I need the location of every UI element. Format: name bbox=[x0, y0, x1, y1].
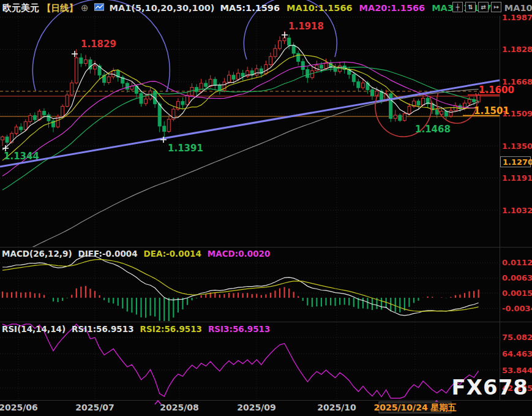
chart-application: 欧元美元 【日线】 ⊕ MA1(5,10,20,30,100) MA5:1.15… bbox=[0, 0, 532, 416]
expand-icon[interactable]: ⊕ bbox=[81, 2, 89, 13]
rsi1-value: RSI1:56.9513 bbox=[72, 324, 133, 334]
x-axis-label: 2025/10 bbox=[317, 403, 356, 412]
y-axis-label: 1.1668 bbox=[502, 77, 532, 86]
macd-params-label[interactable]: MACD(26,12,9) bbox=[2, 249, 72, 259]
ma-group-label[interactable]: MA1(5,10,20,30,100) bbox=[110, 3, 215, 13]
macd-axis-label: 0.0112 bbox=[502, 258, 532, 267]
x-axis-label: 2025/08 bbox=[160, 403, 199, 412]
boxed-price-level[interactable]: 1.1270 bbox=[503, 157, 532, 167]
pan-icon[interactable]: ┼ bbox=[452, 2, 463, 12]
rsi-params-label[interactable]: RSI(14,14,14) bbox=[2, 324, 66, 334]
ma-value-label: MA20:1.1566 bbox=[359, 3, 425, 13]
main-chart-plot[interactable] bbox=[0, 15, 500, 247]
rsi-axis-label: 64.4631 bbox=[502, 349, 532, 358]
rsi3-value: RSI3:56.9513 bbox=[208, 324, 270, 334]
rsi-axis-label: 75.0822 bbox=[502, 333, 532, 342]
x-axis-label: 2025/07 bbox=[75, 403, 114, 412]
macd-plot[interactable] bbox=[0, 248, 500, 321]
ma-value-label: MA100:1.1642 bbox=[504, 3, 532, 13]
macd-axis-label: 0.0063 bbox=[502, 273, 532, 282]
watermark: FX678 bbox=[452, 375, 528, 399]
exit-chart-icon[interactable]: ↦ bbox=[491, 2, 501, 12]
y-axis-label: 1.1032 bbox=[502, 206, 532, 215]
period-tag[interactable]: 【日线】 bbox=[42, 2, 78, 14]
symbol-name: 欧元美元 bbox=[2, 2, 39, 14]
y-axis-scale-icon[interactable]: ⇅ bbox=[465, 2, 476, 12]
macd-diff-value: DIFF:-0.0004 bbox=[78, 249, 138, 259]
macd-axis-label: -0.0034 bbox=[502, 304, 532, 313]
chart-type-icon[interactable] bbox=[94, 3, 104, 13]
y-axis-label: 1.1509 bbox=[502, 109, 532, 118]
x-axis-label: 2025/06 bbox=[0, 403, 38, 412]
chart-toolbar: ┼⇅⇄↦ bbox=[452, 2, 501, 12]
ma-value-label: MA10:1.1566 bbox=[287, 3, 353, 13]
macd-header: MACD(26,12,9) DIFF:-0.0004 DEA:-0.0014 M… bbox=[2, 249, 270, 259]
macd-dea-value: DEA:-0.0014 bbox=[144, 249, 201, 259]
x-axis-label-current[interactable]: 2025/10/24 星期五 bbox=[373, 403, 456, 412]
macd-macd-value: MACD:0.0020 bbox=[208, 249, 271, 259]
x-axis-label: 2025/09 bbox=[237, 403, 276, 412]
chart-canvas: 1.18291.19181.13441.13911.14681.16001.15… bbox=[0, 0, 532, 416]
y-axis-label: 1.1191 bbox=[502, 173, 532, 183]
y-axis-label: 1.1828 bbox=[502, 45, 532, 54]
x-axis-scale-icon[interactable]: ⇄ bbox=[478, 2, 489, 12]
rsi2-value: RSI2:56.9513 bbox=[140, 324, 202, 334]
ma-value-label: MA5:1.1596 bbox=[220, 3, 280, 13]
y-axis-label: 1.1350 bbox=[502, 142, 532, 151]
rsi-header: RSI(14,14,14) RSI1:56.9513 RSI2:56.9513 … bbox=[2, 324, 270, 334]
rsi-plot[interactable] bbox=[0, 323, 500, 399]
rsi-axis-label: 53.8440 bbox=[502, 366, 532, 375]
macd-axis-label: 0.0015 bbox=[502, 289, 532, 298]
